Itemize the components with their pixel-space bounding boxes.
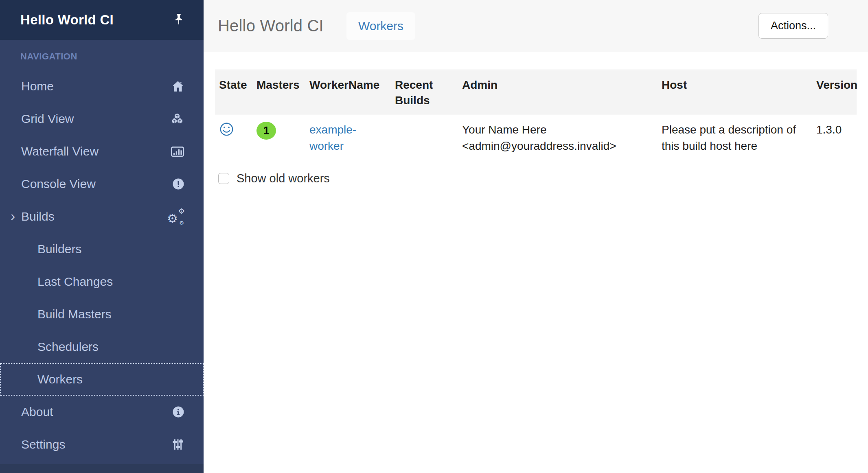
col-header-workername: WorkerName	[305, 70, 391, 115]
bar-chart-icon	[165, 145, 185, 158]
page-header: Hello World CI Workers Actions...	[204, 0, 868, 52]
masters-cell: 1	[252, 115, 305, 161]
sidebar-item-settings[interactable]: Settings	[0, 428, 204, 461]
sliders-icon	[165, 438, 185, 451]
home-icon	[165, 79, 185, 93]
exclamation-circle-icon	[165, 177, 185, 191]
state-cell	[215, 115, 252, 161]
recent-builds-cell	[391, 115, 458, 161]
table-header-row: State Masters WorkerName Recent Builds A…	[215, 70, 857, 115]
sidebar-nav: NAVIGATION Home Grid View	[0, 51, 204, 461]
smiley-icon	[219, 127, 234, 139]
col-header-host: Host	[658, 70, 812, 115]
show-old-workers-control[interactable]: Show old workers	[218, 172, 857, 185]
sidebar-item-last-changes[interactable]: Last Changes	[0, 265, 204, 298]
show-old-workers-label: Show old workers	[237, 172, 330, 185]
version-cell: 1.3.0	[812, 115, 857, 161]
sidebar-item-waterfall-view[interactable]: Waterfall View	[0, 135, 204, 168]
breadcrumb-workers[interactable]: Workers	[346, 12, 415, 40]
sidebar-item-build-masters[interactable]: Build Masters	[0, 298, 204, 331]
admin-cell: Your Name Here <admin@youraddress.invali…	[458, 115, 658, 161]
sidebar-header: Hello World CI	[0, 0, 204, 40]
sidebar-item-schedulers[interactable]: Schedulers	[0, 331, 204, 363]
sidebar-item-about[interactable]: About	[0, 396, 204, 428]
col-header-version: Version	[812, 70, 857, 115]
pin-icon[interactable]	[173, 13, 185, 27]
col-header-state: State	[215, 70, 252, 115]
col-header-recent-builds: Recent Builds	[391, 70, 458, 115]
nav-section-label: NAVIGATION	[20, 51, 204, 62]
sidebar-item-builds[interactable]: › Builds ⚙⚙⚙	[0, 200, 204, 233]
sidebar-item-workers[interactable]: Workers	[0, 363, 204, 396]
masters-count-badge: 1	[256, 122, 276, 140]
cogs-icon: ⚙⚙⚙	[165, 208, 185, 226]
show-old-workers-checkbox[interactable]	[218, 173, 229, 184]
info-circle-icon	[165, 405, 185, 418]
sidebar-footer	[0, 464, 204, 473]
col-header-admin: Admin	[458, 70, 658, 115]
cubes-icon	[165, 112, 185, 126]
workername-cell: example-worker	[305, 115, 391, 161]
table-row: 1 example-worker Your Name Here <admin@y…	[215, 115, 857, 161]
chevron-right-icon: ›	[11, 208, 15, 224]
worker-link[interactable]: example-worker	[309, 122, 379, 155]
main-area: Hello World CI Workers Actions... State …	[204, 0, 868, 473]
workers-table: State Masters WorkerName Recent Builds A…	[215, 70, 857, 161]
col-header-masters: Masters	[252, 70, 305, 115]
page-title: Hello World CI	[218, 17, 324, 35]
app-title: Hello World CI	[20, 12, 114, 28]
workers-content: State Masters WorkerName Recent Builds A…	[204, 52, 868, 185]
sidebar-item-home[interactable]: Home	[0, 70, 204, 103]
sidebar-item-grid-view[interactable]: Grid View	[0, 103, 204, 135]
actions-button[interactable]: Actions...	[758, 13, 828, 39]
sidebar-item-console-view[interactable]: Console View	[0, 168, 204, 200]
host-cell: Please put a description of this build h…	[658, 115, 812, 161]
sidebar-item-builders[interactable]: Builders	[0, 233, 204, 265]
sidebar: Hello World CI NAVIGATION Home Grid View	[0, 0, 204, 473]
